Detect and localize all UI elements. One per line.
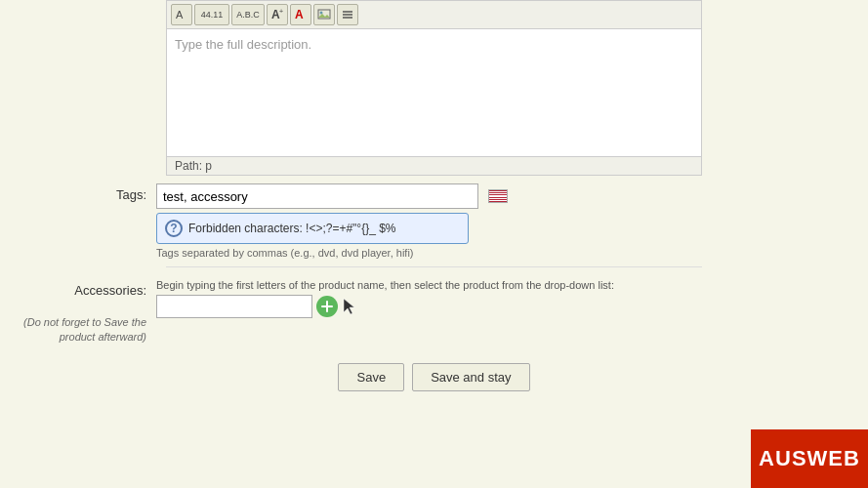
svg-text:A: A bbox=[295, 8, 304, 21]
svg-text:A: A bbox=[176, 9, 184, 20]
text-color-btn[interactable]: A bbox=[290, 4, 311, 25]
add-accessory-button[interactable] bbox=[316, 296, 338, 317]
main-container: A 44.11 A.B.C A+ A Type the full descrip… bbox=[0, 0, 868, 488]
tags-hint: Tags separated by commas (e.g., dvd, dvd… bbox=[156, 247, 868, 259]
image-btn[interactable] bbox=[313, 4, 335, 25]
font-btn[interactable]: A bbox=[171, 4, 192, 25]
accessories-hint: Begin typing the first letters of the pr… bbox=[156, 279, 868, 291]
list-btn[interactable] bbox=[337, 4, 358, 25]
tags-control-wrap: ? Forbidden characters: !<>;?=+#"°{}_ $%… bbox=[156, 183, 868, 259]
forbidden-warning: ? Forbidden characters: !<>;?=+#"°{}_ $% bbox=[156, 213, 469, 244]
divider bbox=[166, 266, 702, 267]
svg-text:+: + bbox=[279, 8, 283, 15]
editor-placeholder[interactable]: Type the full description. bbox=[167, 29, 701, 156]
accessories-label: Accessories: (Do not forget to Save the … bbox=[0, 279, 156, 344]
ausweb-badge: AUSWEB bbox=[751, 429, 868, 488]
editor-path: Path: p bbox=[167, 156, 701, 175]
warning-icon: ? bbox=[165, 220, 183, 237]
language-flag[interactable] bbox=[488, 189, 508, 203]
size-btn[interactable]: 44.11 bbox=[194, 4, 229, 25]
forbidden-message: Forbidden characters: !<>;?=+#"°{}_ $% bbox=[188, 222, 396, 235]
editor-area: A 44.11 A.B.C A+ A Type the full descrip… bbox=[166, 0, 702, 176]
tags-input[interactable] bbox=[156, 183, 478, 209]
action-buttons: Save Save and stay bbox=[0, 363, 868, 401]
toolbar: A 44.11 A.B.C A+ A bbox=[167, 1, 701, 29]
accessories-sublabel: (Do not forget to Save the product after… bbox=[0, 302, 146, 344]
save-button[interactable]: Save bbox=[338, 363, 404, 391]
accessories-input[interactable] bbox=[156, 295, 312, 318]
svg-marker-11 bbox=[344, 299, 354, 314]
save-and-stay-button[interactable]: Save and stay bbox=[412, 363, 529, 391]
abc-btn[interactable]: A.B.C bbox=[231, 4, 265, 25]
superscript-btn[interactable]: A+ bbox=[267, 4, 288, 25]
tags-label: Tags: bbox=[0, 183, 156, 202]
cursor-icon bbox=[342, 297, 357, 316]
ausweb-text: AUSWEB bbox=[759, 446, 860, 471]
accessories-control-wrap: Begin typing the first letters of the pr… bbox=[156, 279, 868, 318]
